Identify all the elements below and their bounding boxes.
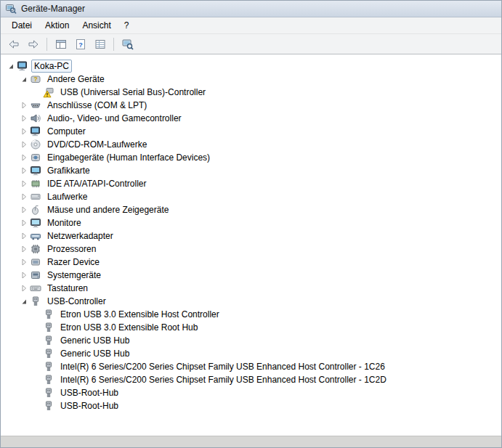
expand-arrow-icon[interactable] bbox=[18, 165, 30, 176]
expand-arrow-icon[interactable] bbox=[18, 126, 30, 137]
help-icon: ? bbox=[75, 38, 86, 50]
tree-item-label[interactable]: Laufwerke bbox=[44, 190, 90, 203]
tree-item[interactable]: Etron USB 3.0 Extensible Host Controller bbox=[1, 308, 501, 321]
tree-item-label[interactable]: IDE ATA/ATAPI-Controller bbox=[44, 177, 149, 190]
collapse-arrow-icon[interactable] bbox=[18, 73, 30, 85]
expand-arrow-icon[interactable] bbox=[18, 256, 30, 268]
tree-item[interactable]: Anschlüsse (COM & LPT) bbox=[1, 99, 501, 112]
expand-arrow-icon[interactable] bbox=[18, 230, 30, 242]
expand-arrow-icon[interactable] bbox=[18, 113, 30, 124]
expand-arrow-icon[interactable] bbox=[18, 204, 30, 216]
expand-arrow-icon[interactable] bbox=[18, 152, 30, 163]
menu-item-help[interactable]: ? bbox=[118, 19, 136, 32]
tree-item[interactable]: Laufwerke bbox=[1, 190, 501, 203]
tree-item-label[interactable]: Etron USB 3.0 Extensible Host Controller bbox=[57, 308, 222, 321]
serial-port-icon bbox=[30, 99, 41, 111]
tree-item-label[interactable]: DVD/CD-ROM-Laufwerke bbox=[44, 138, 150, 151]
tree-item-label[interactable]: Grafikkarte bbox=[44, 164, 93, 177]
tree-item[interactable]: Intel(R) 6 Series/C200 Series Chipset Fa… bbox=[1, 360, 501, 373]
titlebar[interactable]: Geräte-Manager bbox=[1, 1, 501, 17]
tree-item-label[interactable]: Monitore bbox=[44, 216, 84, 229]
toolbar: ? bbox=[1, 34, 501, 54]
usb-icon bbox=[43, 322, 54, 333]
tree-item-label[interactable]: Intel(R) 6 Series/C200 Series Chipset Fa… bbox=[57, 373, 389, 386]
tree-item-label[interactable]: USB-Root-Hub bbox=[57, 386, 121, 399]
expand-arrow-icon[interactable] bbox=[18, 99, 30, 111]
tree-item-label[interactable]: Andere Geräte bbox=[44, 73, 108, 86]
tree-item[interactable]: Prozessoren bbox=[1, 243, 501, 256]
menu-item-aktion[interactable]: Aktion bbox=[39, 19, 76, 32]
expand-arrow-icon[interactable] bbox=[18, 269, 30, 281]
tree-item[interactable]: Generic USB Hub bbox=[1, 347, 501, 360]
window-title: Geräte-Manager bbox=[21, 4, 85, 14]
tree-item[interactable]: USB-Root-Hub bbox=[1, 386, 501, 399]
tree-item-label[interactable]: Netzwerkadapter bbox=[44, 229, 116, 243]
tree-item-label[interactable]: Intel(R) 6 Series/C200 Series Chipset Fa… bbox=[57, 360, 388, 373]
tree-item[interactable]: Grafikkarte bbox=[1, 164, 501, 177]
device-manager-window: Geräte-Manager Datei Aktion Ansicht ? ? … bbox=[0, 0, 502, 448]
tree-item-label[interactable]: Razer Device bbox=[44, 256, 102, 269]
tree-item-label[interactable]: Tastaturen bbox=[44, 282, 91, 295]
tree-item-label[interactable]: USB (Universal Serial Bus)-Controller bbox=[57, 86, 209, 99]
tree-item-label[interactable]: USB-Root-Hub bbox=[57, 399, 121, 412]
tree-item[interactable]: Audio-, Video- und Gamecontroller bbox=[1, 112, 501, 125]
tree-item-label[interactable]: Systemgeräte bbox=[44, 269, 104, 282]
tree-item-label[interactable]: Koka-PC bbox=[31, 60, 72, 73]
audio-icon bbox=[30, 113, 41, 124]
help-button[interactable]: ? bbox=[71, 36, 89, 52]
display-adapter-icon bbox=[30, 165, 41, 176]
tree-item[interactable]: Razer Device bbox=[1, 256, 501, 269]
tree-item[interactable]: ?Andere Geräte bbox=[1, 73, 501, 86]
tree-item-label[interactable]: Prozessoren bbox=[44, 243, 99, 256]
tree-item-label[interactable]: Etron USB 3.0 Extensible Root Hub bbox=[57, 321, 201, 334]
tree-item-label[interactable]: Generic USB Hub bbox=[57, 347, 132, 360]
tree-item[interactable]: USB-Controller bbox=[1, 295, 501, 308]
tree-item[interactable]: USB (Universal Serial Bus)-Controller bbox=[1, 86, 501, 99]
expand-arrow-icon[interactable] bbox=[18, 282, 30, 294]
hid-icon bbox=[30, 152, 41, 163]
tree-item[interactable]: Monitore bbox=[1, 216, 501, 229]
forward-button[interactable] bbox=[24, 36, 42, 52]
console-tree-button[interactable] bbox=[52, 36, 70, 52]
menu-item-ansicht[interactable]: Ansicht bbox=[76, 19, 117, 32]
expander-spacer bbox=[31, 86, 43, 98]
tree-item[interactable]: Computer bbox=[1, 125, 501, 138]
tree-item[interactable]: Generic USB Hub bbox=[1, 334, 501, 347]
console-tree-icon bbox=[55, 38, 67, 50]
expander-spacer bbox=[31, 361, 43, 372]
monitor-icon bbox=[30, 217, 41, 229]
forward-arrow-icon bbox=[28, 38, 39, 50]
expand-arrow-icon[interactable] bbox=[18, 217, 30, 229]
tree-item[interactable]: Koka-PC bbox=[1, 60, 501, 73]
tree-item[interactable]: Tastaturen bbox=[1, 282, 501, 295]
tree-item-label[interactable]: Mäuse und andere Zeigegeräte bbox=[44, 203, 171, 216]
unknown-device-icon: ? bbox=[30, 73, 41, 85]
menu-item-datei[interactable]: Datei bbox=[5, 19, 39, 32]
tree-item[interactable]: USB-Root-Hub bbox=[1, 399, 501, 412]
collapse-arrow-icon[interactable] bbox=[5, 60, 17, 72]
tree-item[interactable]: Intel(R) 6 Series/C200 Series Chipset Fa… bbox=[1, 373, 501, 386]
collapse-arrow-icon[interactable] bbox=[18, 296, 30, 307]
tree-item-label[interactable]: Computer bbox=[44, 125, 89, 138]
tree-item[interactable]: Etron USB 3.0 Extensible Root Hub bbox=[1, 321, 501, 334]
usb-icon bbox=[43, 335, 54, 346]
tree-item-label[interactable]: Audio-, Video- und Gamecontroller bbox=[44, 112, 185, 125]
tree-item[interactable]: Mäuse und andere Zeigegeräte bbox=[1, 203, 501, 216]
tree-item-label[interactable]: Generic USB Hub bbox=[57, 334, 132, 347]
expand-arrow-icon[interactable] bbox=[18, 243, 30, 255]
tree-item-label[interactable]: USB-Controller bbox=[44, 295, 109, 308]
tree-item[interactable]: Eingabegeräte (Human Interface Devices) bbox=[1, 151, 501, 164]
scan-hardware-button[interactable] bbox=[118, 36, 137, 52]
expand-arrow-icon[interactable] bbox=[18, 178, 30, 190]
tree-item[interactable]: IDE ATA/ATAPI-Controller bbox=[1, 177, 501, 190]
expander-spacer bbox=[31, 348, 43, 359]
properties-button[interactable] bbox=[91, 36, 109, 52]
expand-arrow-icon[interactable] bbox=[18, 191, 30, 203]
tree-item[interactable]: Netzwerkadapter bbox=[1, 229, 501, 243]
expand-arrow-icon[interactable] bbox=[18, 139, 30, 150]
tree-item[interactable]: DVD/CD-ROM-Laufwerke bbox=[1, 138, 501, 151]
back-button[interactable] bbox=[4, 36, 23, 52]
tree-item-label[interactable]: Eingabegeräte (Human Interface Devices) bbox=[44, 151, 213, 164]
tree-item-label[interactable]: Anschlüsse (COM & LPT) bbox=[44, 99, 150, 112]
tree-item[interactable]: Systemgeräte bbox=[1, 269, 501, 282]
